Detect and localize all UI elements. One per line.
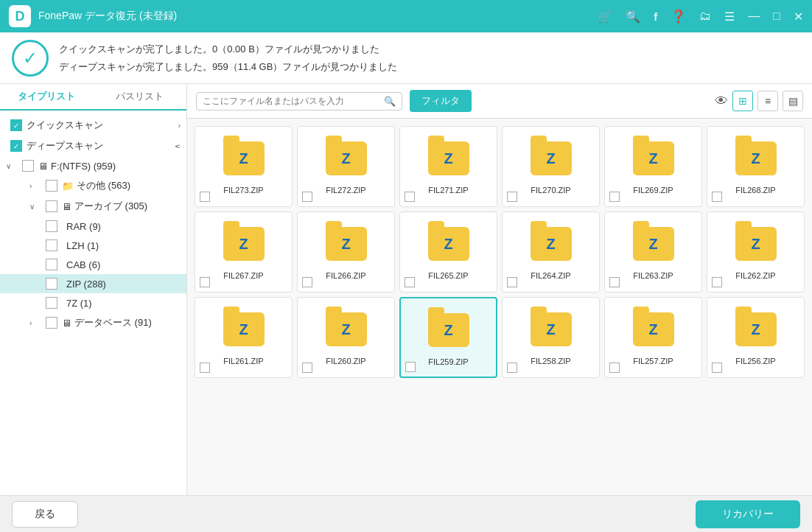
archive-expand-icon[interactable]: ∨ bbox=[29, 203, 41, 211]
sidebar-item-quick-scan[interactable]: ✓ クイックスキャン › bbox=[0, 115, 186, 136]
statusbar: ✓ クイックスキャンが完了しました。0（0.00 B）ファイルが見つかりました … bbox=[0, 32, 812, 84]
file-item[interactable]: Z FIL273.ZIP bbox=[195, 126, 293, 207]
sidebar-item-drive[interactable]: ∨ 🖥 F:(NTFS) (959) bbox=[0, 156, 186, 175]
sidebar-item-lzh[interactable]: LZH (1) bbox=[0, 236, 186, 255]
grid-view-button[interactable]: ⊞ bbox=[732, 91, 753, 111]
rar-checkbox[interactable] bbox=[46, 220, 57, 232]
facebook-icon[interactable]: f bbox=[654, 10, 657, 23]
file-item[interactable]: Z FIL259.ZIP bbox=[399, 297, 497, 378]
file-checkbox[interactable] bbox=[507, 277, 517, 287]
file-icon-container: Z bbox=[220, 307, 267, 354]
app-title: FonePaw データ復元 (未登録) bbox=[38, 10, 598, 23]
search-input[interactable] bbox=[203, 96, 384, 106]
sidebar-item-other[interactable]: › 📁 その他 (563) bbox=[0, 175, 186, 196]
sidebar-item-zip[interactable]: ZIP (288) bbox=[0, 274, 186, 293]
sidebar-section: ✓ クイックスキャン › ✓ ディープスキャン ∨ ∨ 🖥 F:(NTFS) (… bbox=[0, 111, 186, 337]
file-checkbox[interactable] bbox=[712, 277, 722, 287]
file-checkbox[interactable] bbox=[712, 363, 722, 373]
search-icon[interactable]: 🔍 bbox=[626, 10, 640, 24]
file-item[interactable]: Z FIL264.ZIP bbox=[502, 211, 600, 293]
archive-checkbox[interactable] bbox=[46, 200, 57, 212]
sidebar: タイプリスト パスリスト ✓ クイックスキャン › ✓ ディープスキャン ∨ ∨… bbox=[0, 84, 187, 495]
file-checkbox[interactable] bbox=[302, 192, 312, 202]
file-item[interactable]: Z FIL258.ZIP bbox=[502, 297, 600, 378]
minimize-button[interactable]: — bbox=[748, 10, 760, 23]
file-item[interactable]: Z FIL261.ZIP bbox=[195, 297, 293, 378]
close-button[interactable]: ✕ bbox=[794, 10, 803, 24]
file-checkbox[interactable] bbox=[200, 277, 210, 287]
file-checkbox[interactable] bbox=[302, 277, 312, 287]
file-checkbox[interactable] bbox=[200, 363, 210, 373]
preview-toggle-icon[interactable]: 👁 bbox=[715, 94, 728, 109]
file-checkbox[interactable] bbox=[609, 192, 620, 202]
file-item[interactable]: Z FIL268.ZIP bbox=[707, 126, 805, 207]
zip-checkbox[interactable] bbox=[46, 278, 57, 290]
filter-button[interactable]: フィルタ bbox=[410, 90, 472, 112]
file-checkbox[interactable] bbox=[507, 192, 517, 202]
file-item[interactable]: Z FIL272.ZIP bbox=[297, 126, 395, 207]
file-checkbox[interactable] bbox=[200, 192, 210, 202]
quick-scan-checkbox[interactable]: ✓ bbox=[10, 119, 22, 131]
help-icon[interactable]: ❓ bbox=[671, 9, 686, 24]
file-checkbox[interactable] bbox=[405, 362, 416, 372]
file-item[interactable]: Z FIL263.ZIP bbox=[604, 211, 702, 293]
database-label: データベース (91) bbox=[74, 316, 181, 329]
file-checkbox[interactable] bbox=[405, 192, 415, 202]
database-checkbox[interactable] bbox=[46, 317, 57, 329]
tab-path-list[interactable]: パスリスト bbox=[94, 84, 187, 109]
info-icon[interactable]: 🗂 bbox=[699, 10, 711, 23]
deep-scan-expand-icon[interactable]: ∨ bbox=[174, 144, 182, 149]
lzh-checkbox[interactable] bbox=[46, 239, 57, 251]
cart-icon[interactable]: 🛒 bbox=[598, 10, 612, 24]
file-name: FIL271.ZIP bbox=[428, 186, 468, 195]
file-checkbox[interactable] bbox=[507, 363, 517, 373]
sidebar-item-cab[interactable]: CAB (6) bbox=[0, 255, 186, 274]
file-checkbox[interactable] bbox=[712, 192, 722, 202]
file-item[interactable]: Z FIL267.ZIP bbox=[195, 211, 293, 293]
folder-tab bbox=[531, 221, 547, 228]
other-expand-icon[interactable]: › bbox=[29, 182, 41, 190]
other-checkbox[interactable] bbox=[46, 180, 57, 192]
detail-view-button[interactable]: ▤ bbox=[783, 91, 803, 111]
sidebar-item-rar[interactable]: RAR (9) bbox=[0, 217, 186, 236]
recover-button[interactable]: リカバリー bbox=[696, 500, 800, 528]
tab-type-list[interactable]: タイプリスト bbox=[0, 84, 94, 111]
maximize-button[interactable]: □ bbox=[773, 10, 780, 23]
zip-letter: Z bbox=[341, 322, 350, 337]
file-item[interactable]: Z FIL262.ZIP bbox=[707, 211, 805, 293]
file-item[interactable]: Z FIL269.ZIP bbox=[604, 126, 702, 207]
file-item[interactable]: Z FIL265.ZIP bbox=[399, 211, 497, 293]
folder-tab bbox=[223, 136, 239, 143]
file-checkbox[interactable] bbox=[609, 363, 620, 373]
quick-scan-expand-icon[interactable]: › bbox=[178, 122, 181, 130]
sidebar-item-database[interactable]: › 🖥 データベース (91) bbox=[0, 312, 186, 333]
folder-body: Z bbox=[735, 141, 777, 175]
file-item[interactable]: Z FIL256.ZIP bbox=[707, 297, 805, 378]
cab-checkbox[interactable] bbox=[46, 259, 57, 270]
file-item[interactable]: Z FIL266.ZIP bbox=[297, 211, 395, 293]
file-item[interactable]: Z FIL260.ZIP bbox=[297, 297, 395, 378]
scan-complete-icon: ✓ bbox=[12, 40, 49, 77]
file-checkbox[interactable] bbox=[302, 363, 312, 373]
menu-icon[interactable]: ☰ bbox=[724, 10, 735, 24]
file-item[interactable]: Z FIL270.ZIP bbox=[502, 126, 600, 207]
file-item[interactable]: Z FIL271.ZIP bbox=[399, 126, 497, 207]
drive-checkbox[interactable] bbox=[22, 160, 34, 172]
zip-letter: Z bbox=[546, 151, 555, 166]
sidebar-item-deep-scan[interactable]: ✓ ディープスキャン ∨ bbox=[0, 136, 186, 156]
back-button[interactable]: 戻る bbox=[12, 501, 78, 528]
deep-scan-status: ディープスキャンが完了しました。959（11.4 GB）ファイルが見つかりました bbox=[59, 58, 397, 75]
sidebar-item-archive[interactable]: ∨ 🖥 アーカイブ (305) bbox=[0, 196, 186, 217]
sidebar-item-7z[interactable]: 7Z (1) bbox=[0, 293, 186, 312]
7z-checkbox[interactable] bbox=[46, 297, 57, 309]
file-checkbox[interactable] bbox=[609, 277, 620, 287]
main-layout: タイプリスト パスリスト ✓ クイックスキャン › ✓ ディープスキャン ∨ ∨… bbox=[0, 84, 812, 495]
database-expand-icon[interactable]: › bbox=[29, 319, 41, 327]
list-view-button[interactable]: ≡ bbox=[757, 91, 778, 111]
drive-collapse-icon[interactable]: ∨ bbox=[6, 162, 18, 170]
file-checkbox[interactable] bbox=[405, 277, 415, 287]
file-grid: Z FIL273.ZIP Z FIL272.ZIP Z FIL271.Z bbox=[187, 119, 812, 495]
deep-scan-checkbox[interactable]: ✓ bbox=[10, 140, 22, 152]
file-item[interactable]: Z FIL257.ZIP bbox=[604, 297, 702, 378]
folder-body: Z bbox=[326, 312, 367, 346]
